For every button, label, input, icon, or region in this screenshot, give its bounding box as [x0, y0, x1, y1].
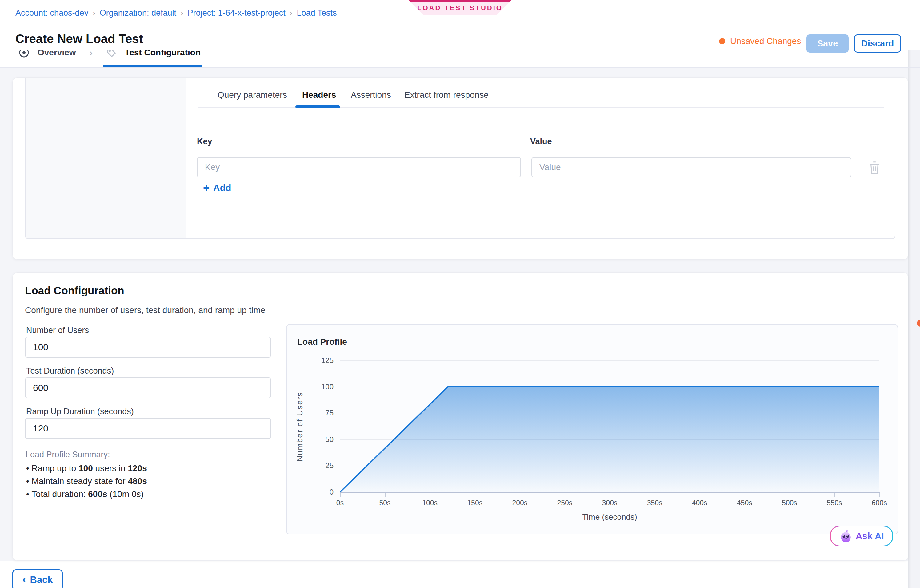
x-tick-mark	[610, 493, 611, 497]
x-tick-mark	[880, 493, 880, 497]
test-duration-input[interactable]	[25, 377, 271, 398]
header-key-input[interactable]	[197, 157, 521, 178]
x-tick-mark	[520, 493, 520, 497]
number-of-users-label: Number of Users	[26, 326, 89, 335]
x-tick-label: 550s	[821, 499, 848, 507]
breadcrumb-separator-icon: ›	[92, 8, 96, 18]
load-configuration-subtitle: Configure the number of users, test dura…	[25, 305, 265, 315]
x-axis-title: Time (seconds)	[340, 512, 880, 522]
x-tick-mark	[385, 493, 385, 497]
plus-icon: +	[203, 183, 209, 194]
active-tab-indicator	[295, 105, 340, 108]
back-label: Back	[30, 575, 53, 586]
load-configuration-heading: Load Configuration	[25, 284, 124, 297]
delete-row-button[interactable]	[867, 160, 881, 176]
footer-band	[0, 561, 920, 588]
y-tick-label: 0	[312, 488, 334, 496]
request-config-sidebar	[26, 78, 186, 238]
x-tick-mark	[475, 493, 475, 497]
page: Overview › Test Configuration Account: c…	[0, 0, 920, 588]
ai-robot-icon	[839, 529, 853, 543]
key-column-label: Key	[197, 137, 212, 146]
x-tick-label: 400s	[686, 499, 714, 507]
breadcrumb-organization[interactable]: Organization: default	[100, 8, 176, 18]
load-configuration-card: Load Configuration Configure the number …	[12, 273, 908, 561]
breadcrumb-separator-icon: ›	[181, 8, 183, 18]
x-tick-label: 450s	[731, 499, 758, 507]
tab-headers[interactable]: Headers	[302, 90, 336, 100]
request-config-card: Query parameters Headers Assertions Extr…	[12, 78, 908, 260]
summary-bullet-total: • Total duration: 600s (10m 0s)	[26, 489, 144, 499]
header-value-input[interactable]	[531, 157, 851, 178]
request-config-panel: Query parameters Headers Assertions Extr…	[25, 78, 896, 239]
ramp-up-duration-label: Ramp Up Duration (seconds)	[26, 407, 134, 417]
x-tick-mark	[565, 493, 565, 497]
y-tick-label: 50	[312, 435, 334, 444]
y-tick-label: 75	[312, 409, 334, 417]
breadcrumb: Account: chaos-dev › Organization: defau…	[15, 8, 337, 18]
y-tick-label: 125	[312, 356, 334, 365]
unsaved-label: Unsaved Changes	[730, 36, 801, 46]
breadcrumb-separator-icon: ›	[290, 8, 293, 18]
number-of-users-input[interactable]	[25, 337, 271, 358]
test-duration-label: Test Duration (seconds)	[26, 366, 114, 376]
x-tick-label: 600s	[865, 499, 893, 507]
add-label: Add	[213, 183, 231, 193]
breadcrumb-load-tests[interactable]: Load Tests	[296, 8, 337, 18]
load-test-studio-badge: LOAD TEST STUDIO	[409, 0, 511, 15]
ramp-up-duration-input[interactable]	[25, 418, 271, 439]
tab-extract-from-response[interactable]: Extract from response	[404, 90, 489, 100]
x-tick-mark	[430, 493, 431, 497]
page-title: Create New Load Test	[15, 32, 143, 46]
add-header-button[interactable]: + Add	[203, 183, 231, 194]
header-divider	[0, 67, 920, 68]
chevron-left-icon: ‹	[22, 573, 26, 587]
x-tick-mark	[655, 493, 655, 497]
x-tick-label: 500s	[776, 499, 803, 507]
unsaved-dot-icon	[719, 38, 725, 44]
x-tick-mark	[745, 493, 745, 497]
y-tick-label: 25	[312, 461, 334, 470]
x-tick-mark	[790, 493, 790, 497]
x-tick-label: 250s	[551, 499, 578, 507]
load-profile-summary-title: Load Profile Summary:	[26, 450, 110, 459]
x-tick-label: 0s	[326, 499, 354, 507]
summary-bullet-ramp: • Ramp up to 100 users in 120s	[26, 464, 147, 473]
x-tick-label: 50s	[371, 499, 399, 507]
summary-bullet-steady: • Maintain steady state for 480s	[26, 477, 147, 486]
save-button[interactable]: Save	[807, 34, 849, 53]
value-column-label: Value	[530, 137, 552, 146]
load-profile-chart-panel: Load Profile Number of Users Time (secon…	[286, 324, 898, 535]
y-tick-label: 100	[312, 383, 334, 391]
tab-query-parameters[interactable]: Query parameters	[217, 90, 287, 100]
x-tick-label: 300s	[596, 499, 624, 507]
chart-area-fill	[340, 387, 880, 492]
x-tick-mark	[340, 493, 341, 497]
x-tick-mark	[834, 493, 835, 497]
unsaved-changes-status: Unsaved Changes	[719, 36, 801, 46]
breadcrumb-project[interactable]: Project: 1-64-x-test-project	[188, 8, 285, 18]
ask-ai-label: Ask AI	[856, 531, 884, 541]
x-tick-mark	[700, 493, 700, 497]
y-axis-title: Number of Users	[295, 387, 305, 467]
breadcrumb-account[interactable]: Account: chaos-dev	[15, 8, 88, 18]
x-tick-label: 200s	[506, 499, 533, 507]
badge-label: LOAD TEST STUDIO	[417, 3, 503, 12]
back-button[interactable]: ‹ Back	[12, 569, 63, 588]
scrollbar-gutter[interactable]	[908, 0, 920, 588]
load-profile-area-chart	[340, 360, 880, 492]
chart-title: Load Profile	[297, 337, 347, 347]
x-tick-label: 100s	[416, 499, 444, 507]
tab-assertions[interactable]: Assertions	[351, 90, 391, 100]
ask-ai-button[interactable]: Ask AI	[830, 525, 893, 546]
x-tick-label: 350s	[641, 499, 669, 507]
discard-button[interactable]: Discard	[854, 34, 901, 53]
x-tick-label: 150s	[461, 499, 489, 507]
top-header: Account: chaos-dev › Organization: defau…	[0, 0, 920, 50]
